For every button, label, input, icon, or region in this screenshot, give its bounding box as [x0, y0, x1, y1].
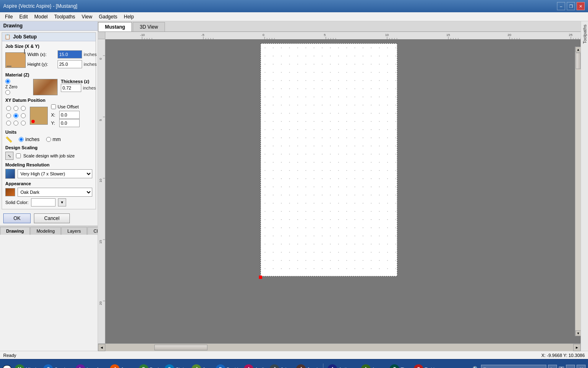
lync-person-jacob[interactable]: J Jacob: [294, 364, 321, 368]
h-ruler: [105, 32, 581, 39]
mm-radio[interactable]: [46, 137, 51, 142]
datum-bl[interactable]: [6, 121, 11, 126]
scale-checkbox[interactable]: [16, 153, 21, 158]
datum-mc[interactable]: [13, 113, 18, 118]
lync-person-lynnann[interactable]: L LynnAnn: [73, 364, 107, 368]
lync-person-paul[interactable]: P Paul: [136, 364, 161, 368]
micah-name: Micah: [26, 367, 38, 368]
close-button[interactable]: ✕: [577, 2, 585, 10]
h-ruler-canvas: [105, 32, 581, 39]
design-scaling-title: Design Scaling: [5, 145, 92, 150]
tab-3dview[interactable]: 3D View: [133, 22, 165, 31]
menu-view[interactable]: View: [78, 13, 96, 20]
tab-layers[interactable]: Layers: [61, 227, 87, 235]
lync-person-anthony[interactable]: A Anthony: [325, 364, 357, 368]
tab-bar: Mustang 3D View: [98, 21, 581, 32]
tab-modeling[interactable]: Modeling: [30, 227, 61, 235]
app-title: Aspire {Vectric Aspire} - [Mustang]: [3, 3, 77, 9]
v-ruler-canvas: [98, 39, 105, 343]
lync-person-carolyn[interactable]: C Carolyn: [41, 364, 72, 368]
lync-person-chris[interactable]: C Chris: [162, 364, 189, 368]
x-input[interactable]: [59, 111, 80, 119]
y-input[interactable]: [59, 119, 80, 127]
drawing-panel-header: Drawing: [0, 21, 98, 31]
menu-edit[interactable]: Edit: [16, 13, 31, 20]
z-zero-radios: Z Zero: [5, 79, 30, 95]
height-input[interactable]: [58, 60, 82, 68]
v-scroll-down[interactable]: ▼: [575, 330, 581, 336]
lync-search-input[interactable]: [481, 365, 546, 368]
datum-tr[interactable]: [21, 106, 26, 111]
thickness-row: inches: [61, 84, 96, 92]
tab-clipart[interactable]: Clipart: [87, 227, 98, 235]
datum-tc[interactable]: [13, 106, 18, 111]
right-toolpaths-panel: Toolpaths: [581, 21, 588, 351]
width-input[interactable]: [58, 50, 82, 58]
david-avatar: D: [216, 364, 225, 368]
lync-menu-btn[interactable]: ≡: [566, 365, 575, 368]
menu-help[interactable]: Help: [120, 13, 137, 20]
lync-person-april[interactable]: A April: [241, 364, 266, 368]
lync-forward-btn[interactable]: ▶: [548, 365, 557, 368]
zzero-bottom-radio[interactable]: [5, 90, 10, 95]
tab-drawing[interactable]: Drawing: [0, 227, 30, 235]
menu-file[interactable]: File: [2, 13, 16, 20]
v-scroll-thumb[interactable]: [576, 53, 581, 69]
minimize-button[interactable]: –: [557, 2, 565, 10]
modeling-icon: [5, 169, 15, 179]
inches-radio[interactable]: [19, 137, 24, 142]
resolution-select[interactable]: Very High (7 x Slower) High (4 x Slower)…: [18, 169, 92, 178]
zzero-top-radio[interactable]: [5, 79, 10, 84]
datum-board: [30, 107, 48, 125]
datum-tl[interactable]: [6, 106, 11, 111]
h-scroll-right[interactable]: ►: [573, 344, 581, 351]
restore-button[interactable]: ❐: [567, 2, 575, 10]
lync-bar: 💬 M Micah C Carolyn L LynnAnn J Jason P …: [0, 359, 588, 368]
job-size-diagram: Width (x): inches Height (y): inches: [5, 50, 92, 70]
v-scrollbar[interactable]: ▲ ▼: [575, 47, 581, 336]
drawing-canvas[interactable]: ▲ ▼: [105, 39, 581, 343]
lync-person-joe[interactable]: J Joe: [189, 364, 212, 368]
ok-button[interactable]: OK: [3, 213, 31, 223]
chris-avatar: C: [165, 364, 174, 368]
toolpaths-label[interactable]: Toolpaths: [582, 23, 587, 45]
height-label: Height (y):: [27, 62, 56, 67]
tab-mustang[interactable]: Mustang: [98, 22, 132, 31]
lync-person-tim[interactable]: T Tim: [387, 364, 410, 368]
datum-bc[interactable]: [13, 121, 18, 126]
lync-person-david[interactable]: D David: [213, 364, 241, 368]
left-panel: Drawing 📋 Job Setup Job Size (X & Y): [0, 21, 98, 351]
use-offset-label: Use Offset: [58, 104, 79, 109]
appearance-select[interactable]: Oak Dark Pine MDF Walnut Custom: [18, 188, 92, 197]
appearance-swatch: [5, 188, 15, 196]
units-title: Units: [5, 130, 92, 135]
v-ruler: [98, 39, 105, 343]
menu-toolpaths[interactable]: Toolpaths: [51, 13, 78, 20]
menu-model[interactable]: Model: [31, 13, 51, 20]
v-scroll-up[interactable]: ▲: [575, 47, 581, 52]
lync-person-jason[interactable]: J Jason: [107, 364, 135, 368]
anthony-name: Anthony: [339, 367, 355, 368]
anthony-avatar: A: [327, 364, 337, 368]
color-dropdown-btn[interactable]: ▼: [58, 198, 66, 206]
h-scroll-left[interactable]: ◄: [98, 344, 105, 351]
lync-person-john[interactable]: J John: [267, 364, 293, 368]
datum-mr[interactable]: [21, 113, 26, 118]
lync-close-btn[interactable]: ✕: [577, 365, 586, 368]
lync-person-micah[interactable]: M Micah: [12, 364, 40, 368]
john-avatar: J: [270, 364, 279, 368]
chris-name: Chris: [176, 367, 186, 368]
cancel-button[interactable]: Cancel: [34, 213, 69, 223]
datum-br[interactable]: [21, 121, 26, 126]
datum-ml[interactable]: [6, 113, 11, 118]
menu-gadgets[interactable]: Gadgets: [96, 13, 120, 20]
appearance-title: Appearance: [5, 181, 92, 186]
h-scroll-thumb[interactable]: [154, 345, 207, 350]
thickness-input[interactable]: [61, 84, 81, 92]
aaron-avatar: A: [361, 364, 371, 368]
zzero-top-row: [5, 79, 30, 84]
use-offset-checkbox[interactable]: [51, 104, 56, 109]
lync-person-todd[interactable]: T Todd: [411, 364, 437, 368]
lync-person-aaron[interactable]: A Aaron: [359, 364, 386, 368]
job-setup-label: Job Setup: [13, 34, 37, 40]
